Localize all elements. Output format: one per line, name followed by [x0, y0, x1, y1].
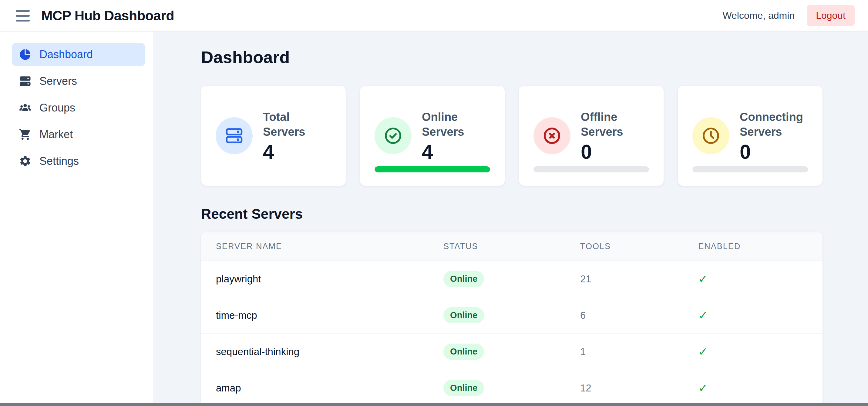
- stat-card-online-servers: Online Servers 4: [360, 86, 505, 186]
- recent-servers-table-panel: SERVER NAME STATUS TOOLS ENABLED playwri…: [201, 232, 823, 406]
- sidebar-item-label: Servers: [39, 75, 77, 88]
- sidebar-item-servers[interactable]: Servers: [12, 70, 145, 93]
- pie-chart-icon: [19, 48, 32, 61]
- stat-label: Total Servers: [263, 110, 331, 140]
- menu-toggle-button[interactable]: [13, 7, 32, 24]
- stat-value: 0: [740, 142, 808, 162]
- stat-card-total-servers: Total Servers 4: [201, 86, 346, 186]
- server-name: amap: [201, 370, 443, 406]
- stat-value: 4: [422, 142, 490, 162]
- page-layout: Dashboard Servers: [0, 32, 868, 406]
- tools-count: 12: [580, 370, 698, 406]
- status-cell: Online: [443, 261, 580, 297]
- server-icon: [216, 117, 253, 154]
- table-row: sequential-thinking Online 1 ✓: [201, 334, 823, 370]
- page-title: Dashboard: [201, 47, 823, 67]
- recent-servers-table: SERVER NAME STATUS TOOLS ENABLED playwri…: [201, 232, 823, 406]
- welcome-text: Welcome, admin: [722, 10, 795, 21]
- stat-label: Offline Servers: [581, 110, 649, 140]
- stat-label: Connecting Servers: [740, 110, 808, 140]
- sidebar-item-settings[interactable]: Settings: [12, 150, 145, 173]
- clock-icon: [692, 117, 730, 154]
- server-name: sequential-thinking: [201, 334, 443, 370]
- stat-info: Connecting Servers 0: [740, 110, 808, 162]
- stat-info: Online Servers 4: [422, 110, 490, 162]
- status-badge: Online: [443, 344, 484, 360]
- table-header-row: SERVER NAME STATUS TOOLS ENABLED: [201, 232, 823, 261]
- sidebar-item-market[interactable]: Market: [12, 123, 145, 146]
- sidebar-item-label: Market: [39, 128, 73, 141]
- stat-info: Offline Servers 0: [581, 110, 649, 162]
- column-header-server-name: SERVER NAME: [201, 232, 443, 261]
- sidebar-item-label: Groups: [39, 102, 75, 114]
- stat-value: 4: [263, 142, 331, 162]
- enabled-check-icon: ✓: [698, 261, 823, 297]
- tools-count: 21: [580, 261, 698, 297]
- table-row: time-mcp Online 6 ✓: [201, 297, 823, 334]
- app-title: MCP Hub Dashboard: [41, 8, 174, 24]
- enabled-check-icon: ✓: [698, 370, 823, 406]
- column-header-tools: TOOLS: [580, 232, 698, 261]
- gear-icon: [19, 155, 32, 168]
- recent-servers-title: Recent Servers: [201, 206, 823, 222]
- check-circle-icon: [375, 117, 411, 154]
- stats-row: Total Servers 4 Online Servers 4: [201, 86, 823, 186]
- sidebar-item-label: Settings: [39, 155, 79, 168]
- tools-count: 1: [580, 334, 698, 370]
- cart-icon: [19, 128, 32, 141]
- column-header-status: STATUS: [443, 232, 580, 261]
- sidebar-item-groups[interactable]: Groups: [12, 96, 145, 120]
- top-bar: MCP Hub Dashboard Welcome, admin Logout: [0, 0, 868, 32]
- hamburger-icon: [16, 10, 30, 12]
- server-icon: [19, 75, 32, 88]
- stat-progress-bar: [533, 166, 649, 172]
- table-row: playwright Online 21 ✓: [201, 261, 823, 297]
- status-cell: Online: [443, 334, 580, 370]
- stat-card-offline-servers: Offline Servers 0: [519, 86, 663, 186]
- enabled-check-icon: ✓: [698, 334, 823, 370]
- server-name: time-mcp: [201, 297, 443, 334]
- tools-count: 6: [580, 297, 698, 334]
- status-badge: Online: [443, 380, 484, 396]
- users-icon: [19, 102, 32, 114]
- stat-progress-bar: [692, 166, 808, 172]
- status-cell: Online: [443, 297, 580, 334]
- stat-progress-bar: [375, 166, 490, 172]
- stat-value: 0: [581, 142, 649, 162]
- logout-button[interactable]: Logout: [807, 5, 855, 26]
- enabled-check-icon: ✓: [698, 297, 823, 334]
- status-cell: Online: [443, 370, 580, 406]
- stat-card-connecting-servers: Connecting Servers 0: [678, 86, 823, 186]
- main-content: Dashboard Total Servers 4: [153, 32, 868, 406]
- sidebar-item-dashboard[interactable]: Dashboard: [12, 43, 145, 66]
- x-circle-icon: [533, 117, 570, 154]
- horizontal-scrollbar[interactable]: [0, 403, 868, 406]
- sidebar: Dashboard Servers: [0, 32, 153, 406]
- sidebar-item-label: Dashboard: [39, 48, 93, 61]
- table-row: amap Online 12 ✓: [201, 370, 823, 406]
- stat-info: Total Servers 4: [263, 110, 331, 162]
- column-header-enabled: ENABLED: [698, 232, 823, 261]
- top-bar-right: Welcome, admin Logout: [722, 5, 855, 26]
- status-badge: Online: [443, 271, 484, 287]
- status-badge: Online: [443, 307, 484, 323]
- stat-label: Online Servers: [422, 110, 490, 140]
- server-name: playwright: [201, 261, 443, 297]
